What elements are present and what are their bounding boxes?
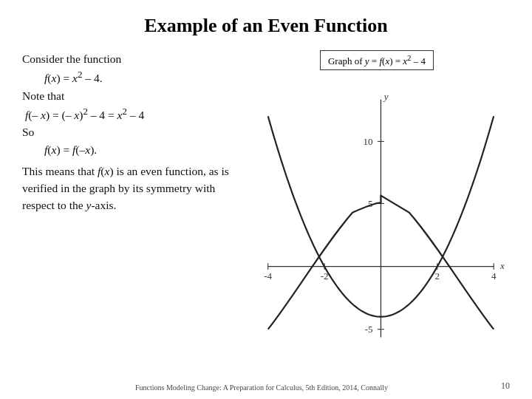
svg-text:x: x [499,260,505,271]
footer-citation: Functions Modeling Change: A Preparation… [22,383,501,392]
svg-text:4: 4 [491,270,497,282]
text-line6: f(x) = f(–x). [44,141,236,158]
svg-text:y: y [383,91,389,102]
text-note: Note that [22,87,236,104]
text-line4: f(– x) = (– x)2 – 4 = x2 – 4 [22,104,236,123]
text-so: So [22,123,236,140]
text-explanation: This means that f(x) is an even function… [22,163,236,214]
graph-section: Graph of y = f(x) = x2 – 4 -4 -2 [244,50,510,375]
svg-text:10: 10 [363,136,373,147]
footer: Functions Modeling Change: A Preparation… [22,381,510,392]
svg-text:-5: -5 [365,324,373,335]
svg-text:-4: -4 [264,270,272,282]
page-title: Example of an Even Function [22,15,510,37]
text-section: Consider the function f(x) = x2 – 4. Not… [22,50,236,375]
graph-svg: -4 -2 2 4 x 5 [244,75,510,375]
footer-page: 10 [501,381,510,392]
graph-label: Graph of y = f(x) = x2 – 4 [320,50,434,70]
text-line2: f(x) = x2 – 4. [44,67,236,86]
graph-svg-container: -4 -2 2 4 x 5 [244,75,510,375]
text-line1: Consider the function [22,50,236,67]
svg-text:5: 5 [368,198,373,209]
svg-text:2: 2 [435,270,440,282]
